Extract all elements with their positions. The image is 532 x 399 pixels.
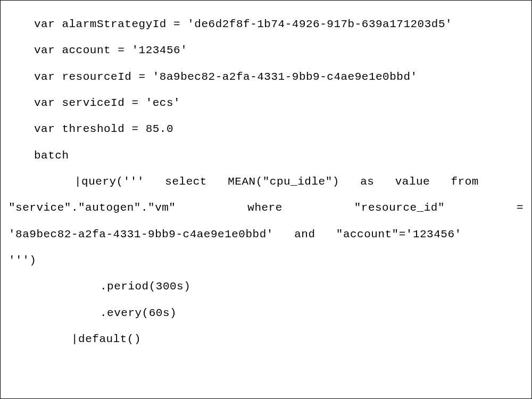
query-fragment: =	[517, 195, 523, 221]
query-line-4: ''')	[9, 247, 523, 273]
code-line: var serviceId = 'ecs'	[9, 90, 523, 116]
code-line: batch	[9, 143, 523, 169]
code-line: .period(300s)	[9, 273, 523, 300]
code-line: var resourceId = '8a9bec82-a2fa-4331-9bb…	[9, 64, 523, 90]
code-line: .every(60s)	[9, 300, 523, 326]
code-line: |default()	[9, 326, 523, 352]
code-block: var alarmStrategyId = 'de6d2f8f-1b74-492…	[0, 0, 532, 399]
query-fragment: "service"."autogen"."vm"	[9, 195, 176, 221]
code-line: var alarmStrategyId = 'de6d2f8f-1b74-492…	[9, 11, 523, 37]
code-line: var threshold = 85.0	[9, 116, 523, 142]
query-fragment: "resource_id"	[354, 195, 445, 221]
query-line-3: '8a9bec82-a2fa-4331-9bb9-c4ae9e1e0bbd' a…	[9, 221, 523, 247]
code-line: var account = '123456'	[9, 37, 523, 63]
query-line-2: "service"."autogen"."vm" where "resource…	[9, 195, 523, 221]
query-line-1: |query(''' select MEAN("cpu_idle") as va…	[9, 169, 523, 195]
query-fragment: where	[247, 195, 282, 221]
